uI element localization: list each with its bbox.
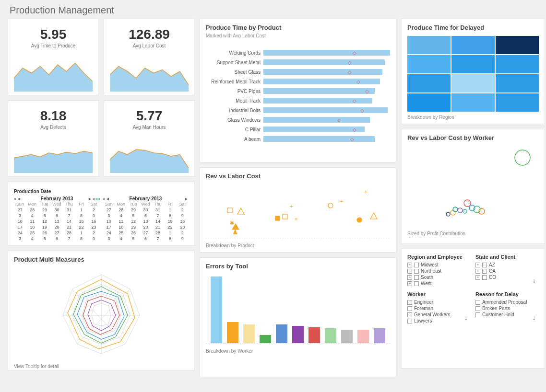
filter-item-label: Broken Parts: [482, 306, 510, 311]
expand-icon[interactable]: +: [475, 263, 480, 267]
diamond-marker-icon: ◇: [353, 127, 356, 132]
filter-item[interactable]: Broken Parts: [475, 305, 539, 311]
hbar-row[interactable]: Welding Cords ◇: [206, 48, 390, 58]
error-bar[interactable]: [276, 324, 287, 343]
radar-chart[interactable]: [14, 265, 189, 361]
produce-time-delayed-footer: Breakdown by Region: [407, 115, 539, 120]
checkbox-icon[interactable]: [414, 281, 419, 286]
cal-prev-icon[interactable]: ◄: [17, 196, 21, 201]
heat-cell[interactable]: [451, 36, 495, 54]
filter-item[interactable]: + West: [407, 280, 471, 287]
filter-item[interactable]: + Midwest: [407, 262, 471, 268]
filter-item[interactable]: Customer Hold: [475, 311, 539, 318]
checkbox-icon[interactable]: [407, 306, 412, 311]
heat-cell[interactable]: [451, 93, 495, 112]
cal-next-fast-icon[interactable]: »: [93, 196, 95, 201]
filter-item[interactable]: + AZ: [475, 262, 539, 268]
error-bar[interactable]: [227, 322, 238, 343]
expand-icon[interactable]: +: [475, 269, 480, 274]
heat-cell[interactable]: [407, 36, 451, 54]
checkbox-icon[interactable]: [475, 300, 480, 305]
rev-vs-labor-worker-scatter[interactable]: [407, 143, 539, 227]
scroll-down-icon[interactable]: ⇣: [532, 316, 536, 321]
cal-prev-icon[interactable]: ◄: [106, 196, 110, 201]
error-bar[interactable]: [341, 330, 353, 343]
checkbox-icon[interactable]: [414, 269, 419, 274]
hbar-row[interactable]: Sheet Glass ◇: [206, 67, 390, 77]
filter-item[interactable]: Ammended Proposal: [475, 299, 539, 305]
expand-icon[interactable]: +: [407, 281, 412, 286]
filter-item[interactable]: Engineer: [407, 299, 471, 305]
checkbox-icon[interactable]: [407, 300, 412, 305]
filter-item[interactable]: + South: [407, 274, 471, 280]
hbar-row[interactable]: PVC Pipes ◇: [206, 86, 390, 96]
hbar-row[interactable]: C Pillar ◇: [206, 125, 390, 134]
checkbox-icon[interactable]: [414, 275, 419, 280]
checkbox-icon[interactable]: [407, 319, 412, 323]
error-bar[interactable]: [260, 335, 271, 343]
kpi-card-1[interactable]: 126.89 Avg Labor Cost: [104, 19, 195, 95]
heat-cell[interactable]: [451, 55, 495, 73]
heat-cell[interactable]: [407, 74, 451, 92]
error-bar[interactable]: [374, 328, 385, 343]
hbar-row[interactable]: Industrial Bolts ◇: [206, 105, 390, 115]
errors-by-tool-chart[interactable]: [206, 272, 390, 344]
heatmap[interactable]: [407, 36, 539, 112]
error-bar[interactable]: [309, 327, 320, 343]
kpi-card-2[interactable]: 8.18 Avg Defects: [8, 100, 99, 177]
expand-icon[interactable]: +: [407, 269, 412, 274]
checkbox-icon[interactable]: [482, 269, 487, 274]
checkbox-icon[interactable]: [414, 263, 419, 267]
heat-cell[interactable]: [496, 55, 539, 73]
calendar-0[interactable]: « ◄ February 2013 ► »▭ SunMonTueWedThuFr…: [14, 196, 100, 242]
hbar-row[interactable]: Metal Track ◇: [206, 96, 390, 105]
filters-panel: Region and Employee + Midwest + Northeas…: [401, 249, 545, 369]
heat-cell[interactable]: [496, 74, 539, 92]
hbar-row[interactable]: A beam ◇: [206, 134, 390, 144]
error-bar[interactable]: [211, 277, 222, 343]
error-bar[interactable]: [243, 324, 255, 343]
kpi-card-3[interactable]: 5.77 Avg Man Hours: [104, 100, 195, 177]
checkbox-icon[interactable]: [482, 275, 487, 280]
hbar-row[interactable]: Support Sheet Metal ◇: [206, 58, 390, 67]
svg-marker-3: [110, 150, 189, 173]
cal-next-icon[interactable]: ►: [88, 196, 92, 201]
filter-item[interactable]: Foreman: [407, 305, 471, 311]
checkbox-icon[interactable]: [482, 263, 487, 267]
error-bar[interactable]: [292, 326, 304, 343]
heat-cell[interactable]: [496, 93, 539, 112]
heat-cell[interactable]: [496, 36, 539, 54]
expand-icon[interactable]: +: [407, 263, 412, 267]
calendar-1[interactable]: « ◄ February 2013 ► SunMonTueWedThuFriSa…: [103, 196, 189, 242]
heat-cell[interactable]: [451, 74, 495, 92]
error-bar[interactable]: [325, 328, 336, 343]
checkbox-icon[interactable]: [407, 312, 412, 317]
kpi-card-0[interactable]: 5.95 Avg Time to Produce: [8, 19, 99, 95]
filter-item[interactable]: General Workers: [407, 311, 471, 318]
checkbox-icon[interactable]: [475, 312, 480, 317]
filter-item[interactable]: + Northeast: [407, 268, 471, 274]
scroll-down-icon[interactable]: ⇣: [464, 316, 468, 321]
cal-range-icon[interactable]: ▭: [95, 196, 100, 201]
filter-item[interactable]: Lawyers: [407, 318, 471, 324]
hbar-row[interactable]: Glass Windows ◇: [206, 115, 390, 125]
cal-next-icon[interactable]: ►: [184, 196, 189, 201]
filter-item-label: CO: [489, 275, 496, 280]
filter-item[interactable]: + CA: [475, 268, 539, 274]
svg-text:×: ×: [295, 216, 297, 222]
filter-worker: Worker Engineer Foreman General Workers: [407, 291, 471, 324]
rev-vs-labor-scatter[interactable]: + + + × ✱ ♟: [206, 182, 390, 239]
cal-prev-fast-icon[interactable]: «: [103, 196, 105, 201]
hbar-row[interactable]: Reinforced Metal Track ◇: [206, 77, 390, 86]
produce-time-by-product-card: Produce Time by Product Marked with Avg …: [200, 19, 396, 162]
filter-item-label: South: [421, 275, 433, 280]
expand-icon[interactable]: +: [475, 275, 480, 280]
scroll-down-icon[interactable]: ⇣: [532, 278, 536, 284]
checkbox-icon[interactable]: [475, 306, 480, 311]
heat-cell[interactable]: [407, 55, 451, 73]
cal-prev-fast-icon[interactable]: «: [14, 196, 16, 201]
heat-cell[interactable]: [407, 93, 451, 112]
expand-icon[interactable]: +: [407, 275, 412, 280]
filter-item[interactable]: + CO: [475, 274, 539, 280]
error-bar[interactable]: [357, 330, 369, 343]
